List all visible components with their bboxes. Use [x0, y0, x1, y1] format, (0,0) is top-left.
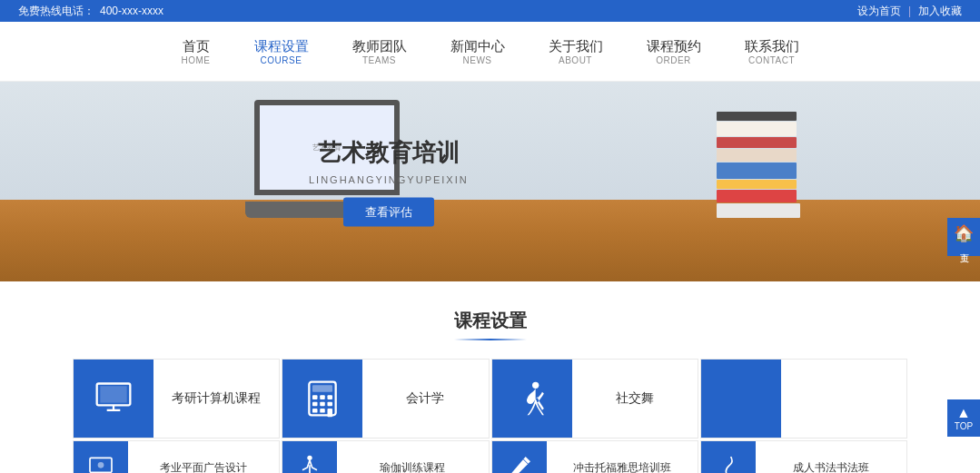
course-name-toefl: 冲击托福雅思培训班 [547, 460, 698, 474]
svg-rect-14 [328, 409, 333, 417]
nav-en-6: CONTACT [745, 55, 799, 65]
course-grid-row2: 考业平面广告设计 瑜伽训练课程 冲击托福雅思培训班 [73, 440, 907, 473]
hotline-number: 400-xxx-xxxx [100, 5, 163, 17]
svg-point-19 [98, 462, 104, 468]
course-card-toefl[interactable]: 冲击托福雅思培训班 [491, 440, 698, 473]
nav-item-course[interactable]: 课程设置COURSE [254, 38, 309, 65]
divider: | [908, 5, 911, 17]
hero-banner: 艺术教育 艺术教育培训 LINGHANGYINGYUPEIXIN 查看评估 [0, 82, 980, 281]
nav-cn-1: 课程设置 [254, 38, 309, 55]
svg-rect-9 [312, 402, 318, 407]
nav-en-3: NEWS [450, 55, 505, 65]
svg-rect-5 [312, 385, 332, 391]
course-name-computer: 考研计算机课程 [153, 390, 279, 407]
hero-wall [0, 82, 980, 209]
scroll-top-button[interactable]: ▲ TOP [947, 399, 980, 437]
dance-icon [512, 379, 552, 419]
nav-cn-5: 课程预约 [647, 38, 701, 55]
calligraphy-icon [714, 453, 743, 473]
course-card-yoga[interactable]: 瑜伽训练课程 [282, 440, 489, 473]
nav-en-4: ABOUT [549, 55, 603, 65]
svg-rect-10 [321, 402, 326, 407]
nav-item-contact[interactable]: 联系我们CONTACT [745, 38, 799, 65]
course-card-accounting[interactable]: 会计学 [282, 359, 489, 439]
course-icon-design [74, 440, 128, 473]
course-name-design: 考业平面广告设计 [128, 460, 279, 474]
course-icon-calligraphy [701, 440, 756, 473]
course-icon-dance [492, 359, 572, 439]
course-name-yoga: 瑜伽训练课程 [337, 460, 488, 474]
main-nav: 首页HOME课程设置COURSE教师团队TEAMS新闻中心NEWS关于我们ABO… [0, 22, 980, 82]
nav-en-1: COURSE [254, 55, 309, 65]
hero-text: 艺术教育培训 LINGHANGYINGYUPEIXIN 查看评估 [309, 137, 469, 227]
top-label: TOP [947, 421, 980, 431]
hero-cta-button[interactable]: 查看评估 [343, 198, 434, 227]
course-icon-accounting [282, 359, 362, 439]
hero-subtitle: LINGHANGYINGYUPEIXIN [309, 174, 469, 185]
nav-item-news[interactable]: 新闻中心NEWS [450, 38, 505, 65]
nav-cn-3: 新闻中心 [450, 38, 505, 55]
section-title: 课程设置 [73, 309, 907, 333]
course-card-calligraphy[interactable]: 成人书法书法班 [700, 440, 907, 473]
nav-en-2: TEAMS [352, 55, 407, 65]
course-card-design[interactable]: 考业平面广告设计 [73, 440, 280, 473]
course-name-accounting: 会计学 [362, 390, 488, 407]
nav-cn-0: 首页 [182, 38, 211, 55]
course-card-empty [700, 359, 907, 439]
hero-table [0, 200, 980, 281]
nav-en-0: HOME [182, 55, 211, 65]
design-icon [86, 453, 115, 473]
svg-rect-1 [100, 386, 126, 402]
set-home-link[interactable]: 设为首页 [857, 4, 901, 19]
nav-item-home[interactable]: 首页HOME [182, 38, 211, 65]
nav-item-order[interactable]: 课程预约ORDER [647, 38, 701, 65]
course-icon-computer [74, 359, 153, 439]
add-favorite-link[interactable]: 加入收藏 [918, 4, 962, 19]
hero-title: 艺术教育培训 [309, 137, 469, 169]
course-icon-yoga [282, 440, 337, 473]
top-bar-right[interactable]: 设为首页 | 加入收藏 [857, 4, 962, 19]
nav-en-5: ORDER [647, 55, 701, 65]
top-bar-left: 免费热线电话： 400-xxx-xxxx [18, 4, 163, 19]
svg-rect-13 [321, 409, 326, 413]
top-bar: 免费热线电话： 400-xxx-xxxx 设为首页 | 加入收藏 [0, 0, 980, 22]
nav-cn-2: 教师团队 [352, 38, 407, 55]
course-icon-empty [701, 359, 781, 439]
nav-cn-4: 关于我们 [549, 38, 603, 55]
course-card-computer[interactable]: 考研计算机课程 [73, 359, 280, 439]
pencil-icon [505, 453, 534, 473]
svg-rect-6 [312, 395, 318, 399]
course-card-dance[interactable]: 社交舞 [491, 359, 698, 439]
calculator-icon [302, 379, 342, 419]
hero-books [717, 91, 798, 218]
nav-item-teams[interactable]: 教师团队TEAMS [352, 38, 407, 65]
svg-point-20 [308, 456, 312, 460]
home-label[interactable]: 主页 [957, 245, 970, 249]
yoga-icon [295, 453, 324, 473]
course-name-calligraphy: 成人书法书法班 [756, 460, 906, 474]
course-grid-row1: 考研计算机课程 会计学 [73, 359, 907, 439]
nav-cn-6: 联系我们 [745, 38, 799, 55]
home-icon[interactable]: 🏠 [954, 225, 974, 241]
hotline-label: 免费热线电话： [18, 4, 94, 19]
svg-rect-11 [328, 402, 333, 407]
nav-item-about[interactable]: 关于我们ABOUT [549, 38, 603, 65]
section-title-wrap: 课程设置 [73, 309, 907, 340]
course-icon-toefl [492, 440, 547, 473]
svg-rect-12 [312, 409, 318, 413]
svg-rect-7 [321, 395, 326, 399]
computer-icon [94, 379, 134, 419]
course-section: 课程设置 考研计算机课程 [0, 281, 980, 473]
right-sidebar[interactable]: 🏠 主页 [947, 218, 980, 256]
section-divider [454, 339, 527, 340]
svg-rect-8 [328, 395, 333, 399]
svg-point-15 [532, 382, 539, 389]
course-name-dance: 社交舞 [572, 390, 698, 407]
